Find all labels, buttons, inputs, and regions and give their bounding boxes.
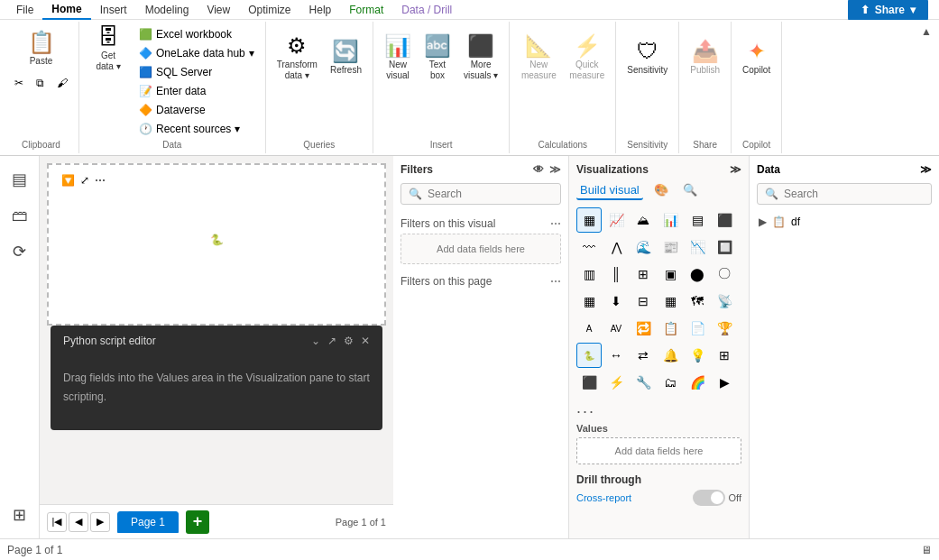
viz-paginated[interactable]: 📄: [685, 316, 710, 341]
expand-icon-btn[interactable]: ↗: [327, 335, 336, 347]
viz-treemap[interactable]: ▥: [576, 262, 602, 287]
filter-eye-icon[interactable]: 👁: [533, 163, 544, 176]
sidebar-model-icon[interactable]: ⟳: [4, 235, 36, 268]
menu-drill[interactable]: Data / Drill: [392, 1, 461, 19]
viz-key-influencers[interactable]: 🔁: [631, 316, 656, 341]
viz-tab-format[interactable]: 🎨: [650, 181, 672, 200]
viz-combo[interactable]: 〰: [576, 234, 602, 260]
viz-matrix[interactable]: ▦: [576, 289, 602, 314]
visual-container[interactable]: 🔽 ⤢ ⋯ 🐍: [47, 163, 386, 326]
viz-narratives[interactable]: ⬛: [576, 370, 602, 395]
viz-scatter[interactable]: 📉: [685, 234, 710, 260]
next-page-button[interactable]: ▶: [90, 512, 110, 532]
viz-gauge[interactable]: ║: [603, 262, 629, 287]
viz-python[interactable]: 🐍: [576, 343, 602, 368]
recent-sources-button[interactable]: 🕐 Recent sources ▾: [133, 120, 260, 138]
menu-view[interactable]: View: [198, 1, 239, 19]
copy-button[interactable]: ⧉: [31, 74, 50, 92]
viz-tab-analytics[interactable]: 🔍: [679, 181, 701, 200]
quick-measure-button[interactable]: ⚡ Quickmeasure: [564, 25, 610, 90]
viz-qna[interactable]: ⇄: [631, 343, 656, 368]
filter-search-input[interactable]: [428, 188, 563, 200]
text-box-button[interactable]: 🔤 Textbox: [419, 25, 456, 90]
viz-custom-1[interactable]: 🔧: [631, 370, 656, 395]
settings-icon[interactable]: ⚙: [344, 335, 354, 347]
format-painter-button[interactable]: 🖌: [51, 74, 73, 92]
cross-report-toggle[interactable]: Off: [693, 490, 741, 506]
collapse-icon[interactable]: ⌄: [311, 335, 320, 347]
viz-azure-map[interactable]: ▦: [658, 289, 683, 314]
viz-pie[interactable]: 🔲: [712, 234, 737, 260]
menu-insert[interactable]: Insert: [91, 1, 136, 19]
viz-100pct-bar[interactable]: ⬛: [712, 207, 737, 233]
viz-column-chart[interactable]: 📊: [658, 207, 683, 233]
dataverse-button[interactable]: 🔶 Dataverse: [133, 101, 260, 119]
sidebar-dax-icon[interactable]: ⊞: [4, 499, 36, 531]
publish-button[interactable]: 📤 Publish: [685, 25, 725, 90]
menu-modeling[interactable]: Modeling: [136, 1, 198, 19]
menu-optimize[interactable]: Optimize: [239, 1, 299, 19]
viz-more-button[interactable]: ...: [576, 399, 741, 418]
filter-drop-area[interactable]: Add data fields here: [400, 234, 561, 264]
viz-card[interactable]: ⊞: [631, 262, 656, 287]
page-tab-1[interactable]: Page 1: [117, 511, 179, 533]
copilot-button[interactable]: ✦ Copilot: [737, 25, 776, 90]
viz-power-apps[interactable]: 📡: [712, 289, 737, 314]
share-button[interactable]: ⬆ Share ▾: [848, 0, 928, 22]
data-search-box[interactable]: 🔍: [757, 183, 932, 205]
viz-shape-map[interactable]: ⊟: [631, 289, 656, 314]
get-data-button[interactable]: 🗄 Getdata ▾: [85, 25, 132, 72]
viz-custom-2[interactable]: 🗂: [658, 370, 683, 395]
toggle-track[interactable]: [693, 490, 725, 506]
enter-data-button[interactable]: 📝 Enter data: [133, 82, 260, 100]
viz-ribbon[interactable]: ⋀: [603, 234, 629, 260]
refresh-button[interactable]: 🔄 Refresh: [325, 25, 367, 90]
paste-button[interactable]: 📋 Paste: [9, 25, 73, 72]
close-icon[interactable]: ✕: [361, 335, 370, 347]
filter-expand-icon[interactable]: ≫: [549, 163, 561, 176]
viz-slicer[interactable]: ⬇: [603, 289, 629, 314]
sidebar-report-icon[interactable]: ▤: [4, 163, 36, 196]
viz-tab-build[interactable]: Build visual: [576, 181, 643, 200]
menu-help[interactable]: Help: [300, 1, 341, 19]
transform-data-button[interactable]: ⚙ Transformdata ▾: [272, 25, 323, 90]
viz-custom-3[interactable]: 🌈: [685, 370, 710, 395]
viz-bookmark[interactable]: 🔔: [658, 343, 683, 368]
viz-waterfall[interactable]: ▤: [685, 207, 710, 233]
viz-filled-map[interactable]: 🌊: [631, 234, 656, 260]
viz-area-chart[interactable]: ⛰: [631, 207, 656, 233]
viz-kpi[interactable]: ▣: [658, 262, 683, 287]
filter-page-more-icon[interactable]: ⋯: [550, 275, 561, 288]
add-page-button[interactable]: +: [186, 510, 209, 534]
viz-donut[interactable]: ⬤: [685, 262, 710, 287]
viz-arcgis[interactable]: 🗺: [685, 289, 710, 314]
viz-expand-icon[interactable]: ≫: [730, 163, 741, 176]
viz-decomp-tree[interactable]: 📋: [658, 316, 683, 341]
menu-format[interactable]: Format: [340, 1, 392, 19]
viz-new-card[interactable]: 🏆: [712, 316, 737, 341]
filter-more-icon[interactable]: ⋯: [550, 217, 561, 230]
viz-values-drop-area[interactable]: Add data fields here: [576, 437, 741, 464]
first-page-button[interactable]: |◀: [47, 512, 67, 532]
new-measure-button[interactable]: 📐 Newmeasure: [515, 25, 562, 90]
data-item-df[interactable]: ▶ 📋 df: [757, 212, 932, 232]
filter-search-box[interactable]: 🔍: [400, 183, 561, 205]
viz-ai-smart[interactable]: ⚡: [603, 370, 629, 395]
viz-line-chart[interactable]: 📈: [603, 207, 629, 233]
data-search-input[interactable]: [784, 188, 924, 200]
more-visuals-button[interactable]: ⬛ Morevisuals ▾: [458, 25, 503, 90]
new-visual-button[interactable]: 📊 Newvisual: [379, 25, 417, 90]
sensitivity-button[interactable]: 🛡 Sensitivity: [621, 25, 673, 90]
viz-table[interactable]: 〇: [712, 262, 737, 287]
viz-stacked-bar[interactable]: ▦: [576, 207, 602, 233]
viz-image[interactable]: ⊞: [712, 343, 737, 368]
viz-smart-narrative[interactable]: AV: [603, 316, 629, 341]
menu-home[interactable]: Home: [42, 0, 90, 20]
viz-r-visual[interactable]: ↔: [603, 343, 629, 368]
menu-file[interactable]: File: [7, 1, 42, 19]
viz-shape[interactable]: 💡: [685, 343, 710, 368]
sidebar-data-icon[interactable]: 🗃: [4, 199, 36, 232]
prev-page-button[interactable]: ◀: [69, 512, 88, 532]
viz-more-visuals[interactable]: ▶: [712, 370, 737, 395]
viz-text-filter[interactable]: A: [576, 316, 602, 341]
